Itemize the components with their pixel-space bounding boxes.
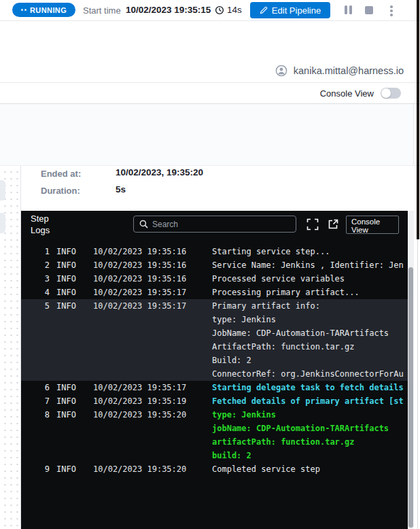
ended-at-label: Ended at: [41,169,81,179]
log-line: 4INFO10/02/2023 19:35:17Processing prima… [21,286,408,299]
start-time-label: Start time [83,5,121,16]
status-badge-label: RUNNING [30,6,67,14]
log-line: 9INFO10/02/2023 19:35:20Completed servic… [21,462,408,476]
user-menu[interactable]: kanika.mittal@harness.io [275,65,404,77]
log-row: jobName: CDP-Automation-TARArtifacts [21,422,408,435]
window-edge [417,0,419,239]
log-scrollbar-thumb[interactable] [408,267,413,528]
step-details-section: Ended at: 10/02/2023, 19:35:20 Duration:… [0,166,420,529]
status-badge: RUNNING [12,3,75,17]
fullscreen-icon[interactable] [307,218,319,231]
log-search-box [133,216,296,233]
ended-at-value: 10/02/2023, 19:35:20 [116,167,203,177]
elapsed-time: 14s [227,5,242,15]
edit-pipeline-label: Edit Pipeline [272,5,321,16]
pipeline-execution-page: RUNNING Start time 10/02/2023 19:35:15 1… [0,0,420,529]
console-view-toggle[interactable] [381,88,401,99]
toggle-knob [381,88,391,98]
log-line: 2INFO10/02/2023 19:35:16Service Name: Je… [21,258,408,272]
log-line: 5INFO10/02/2023 19:35:17Primary artifact… [21,299,408,381]
log-row: build: 2 [21,449,408,462]
log-row: ConnectorRef: org.JenkinsConnectorForAu [21,367,408,381]
pencil-icon [260,6,268,14]
log-line: 3INFO10/02/2023 19:35:16Processed servic… [21,272,408,286]
window-edge [417,239,418,529]
more-options-button[interactable] [388,5,395,17]
edit-pipeline-button[interactable]: Edit Pipeline [250,2,330,18]
pipeline-node-partial[interactable] [0,213,5,233]
pipeline-node-partial[interactable] [0,180,5,201]
log-line: 7INFO10/02/2023 19:35:19Fetched details … [21,394,408,408]
log-row: 2INFO10/02/2023 19:35:16Service Name: Je… [21,258,408,272]
log-row: Build: 2 [21,354,408,367]
start-time-value: 10/02/2023 19:35:15 [126,5,211,15]
log-row: 6INFO10/02/2023 19:35:17Starting delegat… [21,381,408,394]
log-row: artifactPath: function.tar.gz [21,435,408,449]
duration-label: Duration: [41,186,80,196]
user-avatar-icon [275,65,287,77]
log-line: 8INFO10/02/2023 19:35:20type: Jenkinsjob… [21,408,408,462]
step-details-panel: Ended at: 10/02/2023, 19:35:20 Duration:… [21,166,420,529]
clock-icon [215,5,224,15]
account-section: kanika.mittal@harness.io [0,21,420,83]
log-row: 4INFO10/02/2023 19:35:17Processing prima… [21,286,408,299]
log-row: 5INFO10/02/2023 19:35:17Primary artifact… [21,299,408,313]
log-search-input[interactable] [152,220,290,229]
pipeline-canvas-strip [0,166,21,529]
console-view-label: Console View [320,88,374,99]
console-view-button[interactable]: Console View [346,216,399,234]
step-logs-panel: Step Logs Consol [21,211,408,529]
log-row: JobName: CDP-Automation-TARArtifacts [21,326,408,340]
log-row: type: Jenkins [21,313,408,326]
log-row: ArtifactPath: function.tar.gz [21,340,408,354]
log-line: 6INFO10/02/2023 19:35:17Starting delegat… [21,381,408,394]
step-logs-title: Step Logs [31,214,69,236]
open-in-new-icon[interactable] [327,218,339,231]
running-loader-icon [21,9,27,11]
log-row: 8INFO10/02/2023 19:35:20type: Jenkins [21,408,408,422]
log-body: 1INFO10/02/2023 19:35:16Starting service… [21,238,408,476]
log-row: 9INFO10/02/2023 19:35:20Completed servic… [21,462,408,476]
stop-button[interactable] [365,6,373,14]
duration-value: 5s [116,184,126,194]
user-email: kanika.mittal@harness.io [294,65,404,76]
log-row: 1INFO10/02/2023 19:35:16Starting service… [21,245,408,258]
log-scrollbar-track[interactable] [408,211,414,529]
execution-status-bar: RUNNING Start time 10/02/2023 19:35:15 1… [0,0,420,21]
log-line: 1INFO10/02/2023 19:35:16Starting service… [21,245,408,258]
log-row: 7INFO10/02/2023 19:35:19Fetched details … [21,394,408,408]
stage-graph-area [0,104,420,166]
search-icon [139,220,148,228]
console-view-row: Console View [0,83,420,104]
step-logs-header: Step Logs Consol [21,211,408,238]
log-row: 3INFO10/02/2023 19:35:16Processed servic… [21,272,408,286]
pause-button[interactable] [345,5,352,14]
